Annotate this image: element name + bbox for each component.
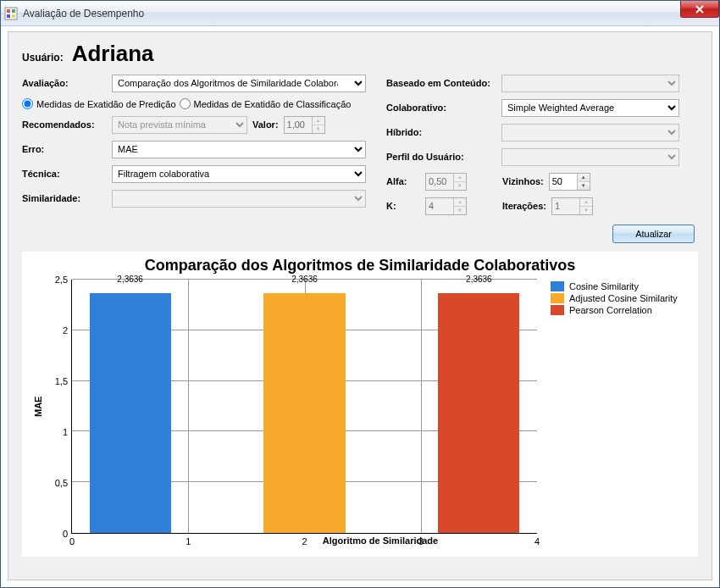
chart-bar-label: 2,3636 — [466, 275, 492, 284]
chart-xlabel: Algoritmo de Similaridade — [71, 535, 690, 546]
content-panel: Usuário: Adriana Avaliação: Comparação d… — [8, 31, 712, 580]
chart-ytick: 1,5 — [55, 376, 68, 386]
valor-label: Valor: — [252, 119, 279, 130]
chart-xtick: 2 — [302, 536, 307, 546]
tecnica-label: Técnica: — [22, 169, 107, 179]
legend-swatch-icon — [551, 281, 564, 291]
conteudo-label: Baseado em Conteúdo: — [386, 78, 496, 88]
chart-legend-item: Pearson Correlation — [551, 305, 690, 315]
avaliacao-select[interactable]: Comparação dos Algoritmos de Similaridad… — [112, 75, 366, 92]
chart-bar-label: 2,3636 — [291, 275, 318, 284]
chart-yaxis: 00,511,522,5 — [46, 280, 71, 534]
perfil-label: Perfil do Usuário: — [386, 152, 496, 162]
radio-predicao-input[interactable] — [22, 98, 33, 109]
radio-predicao[interactable]: Medidas de Exatidão de Predição — [22, 98, 176, 109]
spin-down-icon: ▼ — [454, 207, 466, 214]
vizinhos-input[interactable] — [550, 174, 577, 190]
svg-rect-1 — [7, 9, 10, 13]
radio-classificacao[interactable]: Medidas de Exatidão de Classificação — [180, 98, 352, 109]
spin-down-icon: ▼ — [454, 182, 466, 190]
chart-ylabel: MAE — [30, 280, 46, 534]
radio-classificacao-input[interactable] — [180, 98, 191, 109]
chart-title: Comparação dos Algoritmos de Similaridad… — [30, 257, 690, 275]
chart-ytick: 2 — [63, 325, 68, 336]
legend-label: Adjusted Cosine Similarity — [569, 293, 678, 303]
chart-legend-item: Adjusted Cosine Similarity — [551, 293, 690, 303]
chart: Comparação dos Algoritmos de Similaridad… — [22, 252, 698, 557]
legend-label: Cosine Similarity — [569, 281, 639, 291]
app-icon — [4, 7, 18, 20]
chart-ytick: 0,5 — [55, 478, 68, 488]
spin-down-icon: ▼ — [313, 125, 324, 133]
alfa-input — [426, 174, 453, 190]
k-spinner: ▲▼ — [425, 197, 467, 215]
legend-swatch-icon — [551, 293, 564, 303]
avaliacao-label: Avaliação: — [22, 78, 107, 88]
iteracoes-spinner: ▲▼ — [551, 197, 593, 215]
user-label: Usuário: — [22, 52, 64, 64]
spin-up-icon: ▲ — [454, 198, 466, 207]
spin-up-icon: ▲ — [313, 117, 324, 125]
svg-rect-2 — [12, 9, 15, 13]
spin-up-icon: ▲ — [580, 198, 592, 207]
perfil-select — [501, 148, 679, 166]
colaborativo-select[interactable]: Simple Weighted Average — [501, 99, 679, 117]
similaridade-select — [112, 190, 366, 208]
iteracoes-label: Iterações: — [502, 201, 546, 211]
spin-up-icon[interactable]: ▲ — [578, 174, 590, 182]
titlebar: Avaliação de Desempenho — [1, 1, 719, 26]
chart-ytick: 2,5 — [55, 275, 68, 285]
spin-down-icon[interactable]: ▼ — [578, 182, 590, 190]
colaborativo-label: Colaborativo: — [386, 103, 496, 113]
valor-input — [285, 117, 312, 133]
recomendados-label: Recomendados: — [22, 119, 107, 130]
similaridade-label: Similaridade: — [22, 193, 107, 203]
close-button[interactable] — [680, 1, 719, 18]
chart-bar — [90, 293, 171, 533]
svg-rect-4 — [12, 14, 15, 18]
chart-bar — [263, 293, 345, 533]
chart-plot-area: 012342,36362,36362,3636 — [71, 280, 537, 534]
legend-label: Pearson Correlation — [569, 305, 652, 315]
svg-rect-3 — [7, 14, 10, 18]
atualizar-button[interactable]: Atualizar — [612, 225, 695, 243]
spin-up-icon: ▲ — [454, 174, 466, 182]
chart-bar-label: 2,3636 — [117, 275, 143, 284]
erro-label: Erro: — [22, 144, 107, 154]
valor-spinner: ▲▼ — [284, 116, 325, 134]
alfa-spinner: ▲▼ — [425, 173, 467, 191]
window-frame: Avaliação de Desempenho Usuário: Adriana… — [0, 0, 720, 588]
recomendados-select: Nota prevista mínima — [112, 116, 247, 134]
legend-swatch-icon — [551, 305, 564, 315]
hibrido-label: Híbrido: — [386, 127, 496, 137]
window-title: Avaliação de Desempenho — [23, 8, 144, 19]
hibrido-select — [501, 124, 679, 141]
chart-xtick: 1 — [186, 536, 191, 546]
chart-xtick: 3 — [418, 536, 424, 546]
spin-down-icon: ▼ — [580, 207, 592, 214]
chart-legend-item: Cosine Similarity — [551, 281, 690, 291]
conteudo-select — [501, 75, 679, 92]
tecnica-select[interactable]: Filtragem colaborativa — [112, 165, 366, 183]
chart-legend: Cosine SimilarityAdjusted Cosine Similar… — [537, 280, 690, 534]
iteracoes-input — [552, 198, 579, 214]
chart-ytick: 0 — [63, 529, 68, 539]
vizinhos-label: Vizinhos: — [502, 176, 544, 186]
k-input — [426, 198, 453, 214]
user-name: Adriana — [72, 41, 154, 67]
chart-ytick: 1 — [63, 427, 68, 437]
chart-bar — [438, 293, 519, 533]
erro-select[interactable]: MAE — [112, 141, 366, 158]
vizinhos-spinner[interactable]: ▲▼ — [549, 173, 590, 191]
k-label: K: — [386, 201, 420, 211]
chart-xtick: 0 — [69, 536, 75, 546]
alfa-label: Alfa: — [386, 176, 420, 186]
chart-xtick: 4 — [534, 536, 540, 546]
